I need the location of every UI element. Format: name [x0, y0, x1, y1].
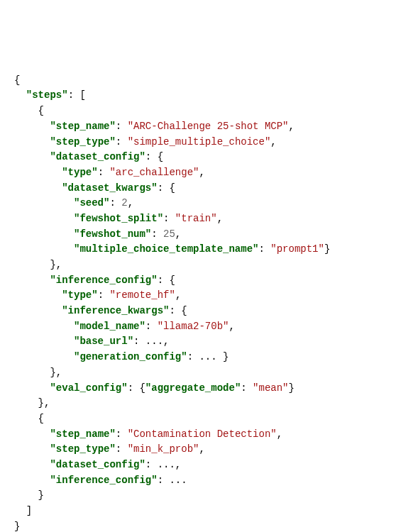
json-punct: : — [116, 428, 128, 440]
json-key: "eval_config" — [50, 382, 127, 394]
json-string: "arc_challenge" — [109, 167, 199, 178]
json-key: "base_url" — [74, 336, 133, 347]
code-line: }, — [14, 257, 382, 273]
json-punct: : — [145, 321, 158, 332]
json-number: 2 — [121, 197, 127, 209]
json-punct: : ... } — [187, 351, 229, 362]
json-punct: }, — [50, 367, 62, 378]
json-key: "seed" — [74, 197, 109, 209]
json-key: "model_name" — [74, 321, 145, 332]
json-code-block: { "steps": [ { "step_name": "ARC-Challen… — [14, 73, 382, 532]
code-line: "step_name": "ARC-Challenge 25-shot MCP"… — [14, 119, 382, 135]
json-punct: } — [289, 382, 295, 394]
json-punct: , — [199, 167, 204, 178]
json-punct: , — [270, 136, 276, 148]
json-string: "simple_multiple_choice" — [128, 136, 271, 148]
json-key: "inference_config" — [50, 475, 157, 486]
code-line: "step_type": "simple_multiple_choice", — [14, 135, 382, 150]
json-string: "min_k_prob" — [128, 443, 199, 455]
code-line: } — [14, 519, 382, 532]
json-punct: { — [14, 74, 20, 86]
json-punct: } — [324, 243, 330, 255]
code-line: "steps": [ — [14, 88, 382, 104]
json-punct: : ... — [158, 475, 187, 486]
json-key: "inference_config" — [50, 275, 157, 286]
code-line: "inference_config": { — [14, 273, 382, 289]
json-punct: , — [175, 289, 181, 301]
json-key: "inference_kwargs" — [62, 305, 169, 316]
json-punct: : — [258, 243, 270, 255]
json-string: "Contamination Detection" — [128, 428, 277, 440]
json-punct: : ..., — [145, 459, 181, 470]
json-punct: { — [38, 413, 44, 424]
code-line: ] — [14, 504, 382, 519]
code-line: "model_name": "llama2-70b", — [14, 319, 382, 335]
json-punct: , — [175, 228, 181, 240]
code-line: "type": "remote_hf", — [14, 288, 382, 304]
code-line: "dataset_kwargs": { — [14, 181, 382, 196]
json-punct: : — [151, 228, 163, 240]
json-punct: : — [98, 289, 110, 301]
code-line: "inference_kwargs": { — [14, 304, 382, 319]
json-key: "step_name" — [50, 428, 115, 440]
json-punct: : { — [128, 382, 145, 394]
json-punct: : — [98, 167, 110, 178]
json-punct: : — [109, 197, 121, 209]
code-line: "fewshot_split": "train", — [14, 211, 382, 227]
json-key: "fewshot_num" — [74, 228, 151, 240]
code-line: { — [14, 411, 382, 427]
json-punct: : { — [169, 305, 187, 316]
code-line: "fewshot_num": 25, — [14, 227, 382, 243]
json-punct: : — [241, 382, 253, 394]
json-punct: } — [38, 489, 44, 501]
json-key: "step_type" — [50, 136, 115, 148]
json-punct: : { — [158, 275, 175, 286]
code-line: } — [14, 488, 382, 504]
code-line: "seed": 2, — [14, 196, 382, 211]
code-line: "dataset_config": ..., — [14, 458, 382, 473]
json-punct: , — [229, 321, 234, 332]
json-punct: : ..., — [133, 336, 169, 347]
json-string: "train" — [175, 213, 217, 224]
json-punct: : { — [158, 182, 175, 194]
code-line: { — [14, 73, 382, 89]
json-string: "ARC-Challenge 25-shot MCP" — [128, 121, 289, 132]
code-line: "inference_config": ... — [14, 473, 382, 489]
json-key: "type" — [62, 167, 97, 178]
code-line: "step_type": "min_k_prob", — [14, 442, 382, 458]
json-punct: { — [38, 105, 44, 116]
json-punct: , — [277, 428, 282, 440]
code-line: { — [14, 104, 382, 119]
json-string: "llama2-70b" — [158, 321, 229, 332]
json-punct: }, — [50, 259, 62, 270]
json-punct: , — [289, 121, 295, 132]
json-key: "aggregate_mode" — [145, 382, 241, 394]
code-line: }, — [14, 396, 382, 411]
json-string: "prompt1" — [270, 243, 324, 255]
json-key: "generation_config" — [74, 351, 187, 362]
json-key: "dataset_kwargs" — [62, 182, 157, 194]
json-punct: : — [116, 136, 128, 148]
code-line: "dataset_config": { — [14, 150, 382, 165]
code-line: "step_name": "Contamination Detection", — [14, 427, 382, 443]
json-punct: : [ — [68, 89, 86, 101]
json-key: "dataset_config" — [50, 151, 145, 162]
code-line: "type": "arc_challenge", — [14, 165, 382, 181]
json-key: "steps" — [26, 89, 68, 101]
json-key: "dataset_config" — [50, 459, 145, 470]
json-punct: : — [116, 121, 128, 132]
code-line: "eval_config": {"aggregate_mode": "mean"… — [14, 381, 382, 397]
code-line: }, — [14, 365, 382, 381]
json-punct: , — [128, 197, 133, 209]
json-punct: } — [14, 521, 20, 532]
json-punct: , — [199, 443, 204, 455]
json-string: "mean" — [253, 382, 288, 394]
json-number: 25 — [163, 228, 175, 240]
json-key: "step_type" — [50, 443, 115, 455]
json-punct: : — [116, 443, 128, 455]
json-punct: }, — [38, 397, 50, 409]
json-punct: : — [163, 213, 175, 224]
json-punct: , — [217, 213, 223, 224]
json-key: "fewshot_split" — [74, 213, 163, 224]
json-punct: : { — [145, 151, 163, 162]
